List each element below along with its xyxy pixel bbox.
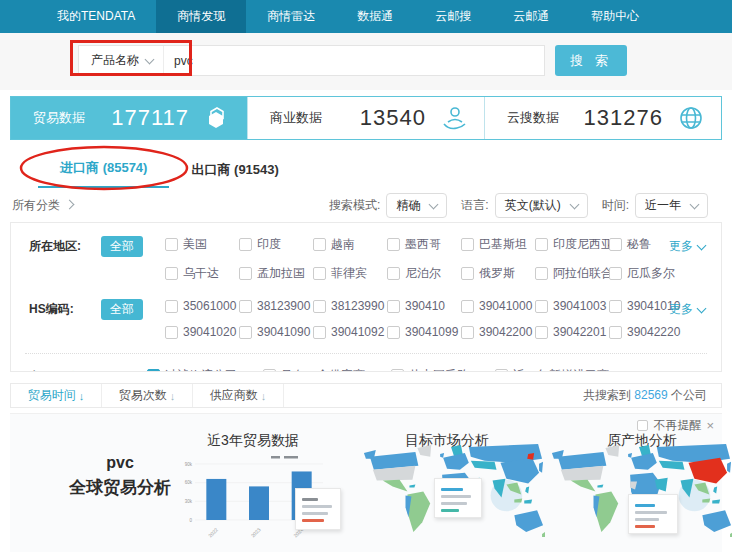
language-select[interactable]: 英文(默认) [495,193,588,218]
region-option[interactable]: 尼泊尔 [387,265,461,282]
checkbox[interactable] [165,300,178,313]
checkbox[interactable] [461,326,474,339]
region-option[interactable]: 巴基斯坦 [461,236,535,253]
checkbox[interactable] [609,267,622,280]
tab-exporters[interactable]: 出口商 (91543) [169,161,300,188]
advanced-option[interactable]: 从中国采购 [391,367,469,372]
checkbox[interactable] [609,326,622,339]
hs-option[interactable]: 38123900 [239,299,313,313]
svg-text:90k: 90k [185,462,193,467]
region-all-badge[interactable]: 全部 [101,236,143,257]
hs-all-badge[interactable]: 全部 [101,299,143,320]
checkbox[interactable] [609,300,622,313]
checkbox[interactable] [609,238,622,251]
checkbox[interactable] [313,267,326,280]
checkbox[interactable] [387,326,400,339]
checkbox[interactable] [461,238,474,251]
checkbox[interactable] [495,369,508,372]
stat-business-data[interactable]: 商业数据 13540 [247,97,484,139]
hs-option[interactable]: 39041092 [313,325,387,339]
hs-option[interactable]: 39041003 [535,299,609,313]
checkbox[interactable] [461,300,474,313]
checkbox[interactable] [165,326,178,339]
checkbox[interactable] [535,238,548,251]
region-option[interactable]: 厄瓜多尔 [609,265,683,282]
checkbox[interactable] [387,238,400,251]
tab-importers[interactable]: 进口商 (85574) [38,159,169,188]
region-option[interactable]: 美国 [165,236,239,253]
checkbox[interactable] [239,238,252,251]
checkbox[interactable] [387,267,400,280]
molecule-icon [203,104,231,132]
region-option[interactable]: 孟加拉国 [239,265,313,282]
region-option[interactable]: 乌干达 [165,265,239,282]
checkbox[interactable] [147,369,160,372]
tab-count: (91543) [234,162,279,177]
hs-option[interactable]: 39042200 [461,325,535,339]
nav-item[interactable]: 云邮搜 [414,0,492,33]
stat-label: 云搜数据 [507,109,559,127]
all-categories-link[interactable]: 所有分类 [12,197,73,214]
checkbox[interactable] [313,238,326,251]
nav-item[interactable]: 商情雷达 [246,0,336,33]
checkbox[interactable] [391,369,404,372]
advanced-option[interactable]: 过滤物流公司 [147,367,237,372]
hs-option[interactable]: 39041000 [461,299,535,313]
hs-more-link[interactable]: 更多 [669,301,705,318]
search-button[interactable]: 搜 索 [555,45,627,76]
dismiss-checkbox[interactable] [637,420,648,431]
nav-item[interactable]: 数据通 [336,0,414,33]
hs-option[interactable]: 38123990 [313,299,387,313]
region-option[interactable]: 菲律宾 [313,265,387,282]
checkbox[interactable] [313,326,326,339]
search-category-dropdown[interactable]: 产品名称 [79,46,164,75]
hs-option[interactable]: 39041020 [165,325,239,339]
checkbox[interactable] [263,369,276,372]
advanced-option[interactable]: 只有一个供应商 [263,367,365,372]
checkbox[interactable] [165,238,178,251]
checkbox[interactable] [239,300,252,313]
sort-by-supplier-count[interactable]: 供应商数 [193,384,284,407]
checkbox[interactable] [387,300,400,313]
origin-tooltip [628,494,678,534]
region-option[interactable]: 越南 [313,236,387,253]
search-input[interactable] [164,46,544,75]
hs-option[interactable]: 390410 [387,299,461,313]
checkbox[interactable] [535,326,548,339]
language-label: 语言: [461,197,488,214]
chevron-down-icon [429,199,439,209]
checkbox[interactable] [239,326,252,339]
checkbox[interactable] [165,267,178,280]
nav-item[interactable]: 云邮通 [492,0,570,33]
nav-item[interactable]: 帮助中心 [570,0,660,33]
time-select[interactable]: 近一年 [635,193,708,218]
hs-option[interactable]: 35061000 [165,299,239,313]
region-option[interactable]: 印度尼西亚 [535,236,609,253]
hs-option[interactable]: 39041090 [239,325,313,339]
sort-by-trade-count[interactable]: 贸易次数 [102,384,193,407]
region-option[interactable]: 阿拉伯联合... [535,265,609,282]
hs-option[interactable]: 39042201 [535,325,609,339]
stat-cloud-search-data[interactable]: 云搜数据 131276 [484,97,721,139]
advanced-option[interactable]: 近一年新增进口商 [495,367,609,372]
nav-item[interactable]: 我的TENDATA [36,0,156,33]
sort-by-trade-time[interactable]: 贸易时间 [11,384,102,407]
region-more-link[interactable]: 更多 [669,238,705,255]
search-mode-select[interactable]: 精确 [386,193,447,218]
checkbox[interactable] [239,267,252,280]
tab-label: 出口商 [191,162,230,177]
checkbox[interactable] [535,267,548,280]
hs-option[interactable]: 39041099 [387,325,461,339]
checkbox[interactable] [535,300,548,313]
region-option[interactable]: 印度 [239,236,313,253]
svg-text:0: 0 [189,518,192,523]
region-option[interactable]: 俄罗斯 [461,265,535,282]
region-option[interactable]: 墨西哥 [387,236,461,253]
nav-item[interactable]: 商情发现 [156,0,246,33]
checkbox[interactable] [313,300,326,313]
checkbox[interactable] [461,267,474,280]
hs-option[interactable]: 39042220 [609,325,683,339]
stat-trade-data[interactable]: 贸易数据 177117 [11,97,247,139]
trade-analysis-panel: 不再提醒 × 近3年贸易数据 目标市场分析 原产地分析 pvc 全球贸易分析 0… [10,413,722,552]
close-icon[interactable]: × [706,418,714,433]
